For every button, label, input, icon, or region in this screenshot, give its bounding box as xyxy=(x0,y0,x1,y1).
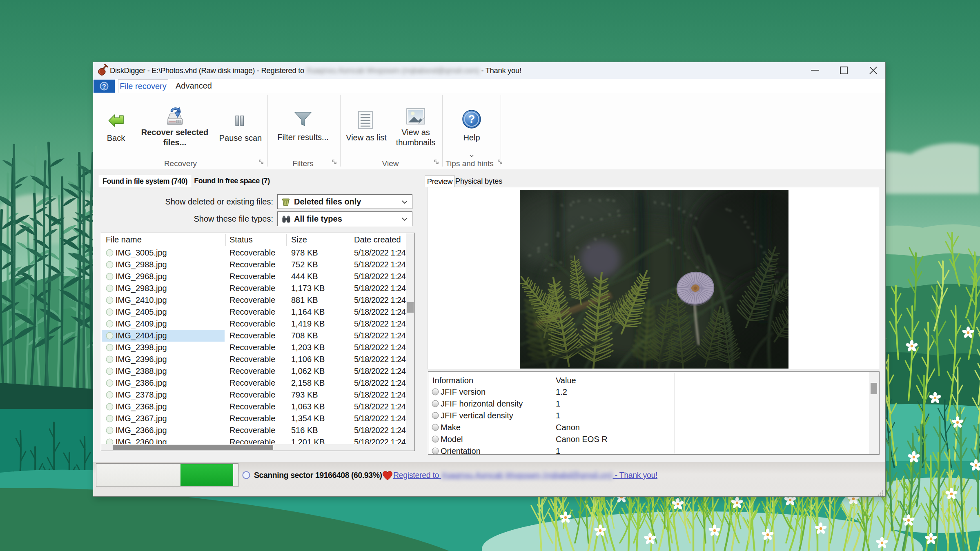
svg-text:?: ? xyxy=(102,83,106,90)
svg-text:?: ? xyxy=(468,113,475,125)
